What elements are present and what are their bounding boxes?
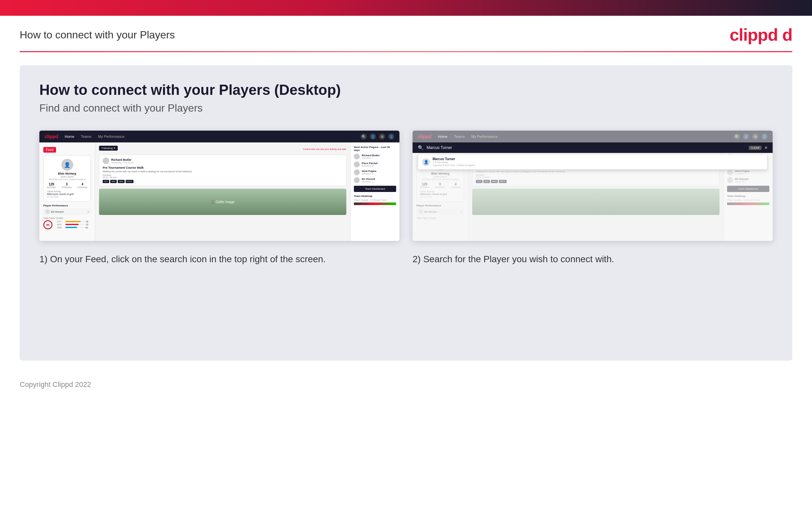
activity-user-name: Richard Butler [111,158,134,162]
following-count: 4 [78,182,87,186]
tag-arg: ARG [118,180,125,183]
search-result-handicap: 1-5 Handicap [433,161,475,164]
search-icon[interactable]: 🔍 [361,134,367,139]
stat-followers: 3 Followers [62,182,72,188]
tpq-label: Total Player Quality [43,217,91,219]
search-close-button[interactable]: × [765,145,767,150]
tpq-score: 84 [43,220,52,229]
stat-activities: 129 Activities [47,182,56,188]
nav-home[interactable]: Home [64,134,74,138]
latest-activity: Afternoon round of golf [47,193,87,196]
following-button[interactable]: Following ▾ [99,146,118,151]
search-results-dropdown: 👤 Marcus Turner 1-5 Handicap Cypress Poi… [418,154,767,170]
search-result-item[interactable]: 👤 Marcus Turner 1-5 Handicap Cypress Poi… [418,155,767,169]
header-divider [20,51,792,52]
tag-app: APP [110,180,117,183]
search-result-location: Cypress Point Club, United Kingdom [433,164,475,167]
activities-count: 129 [47,182,56,186]
control-link[interactable]: Control who can see your activity and da… [303,148,346,150]
player-performance-section: Player Performance Eli Vincent ▾ Total P… [43,204,91,229]
user-avatar[interactable]: 👤 [388,134,394,139]
profile-card: 👤 Blair McHarg Golf Coach Mill Ride Golf… [43,155,91,202]
latest-activity-date: 27 Jul 2022 [47,196,87,198]
search-input[interactable] [427,145,746,150]
most-active-title: Most Active Players - Last 30 days [354,146,396,152]
player-avatar-4 [354,177,360,183]
app-logo-1: clippd [45,134,58,139]
profile-club: Mill Ride Golf Club, United Kingdom [47,178,87,180]
app-navbar-2: clippd Home Teams My Performance 🔍 👤 ⚙ 👤 [413,131,773,142]
nav-my-performance-2: My Performance [471,134,498,138]
team-heatmap-title: Team Heatmap [354,195,396,198]
footer: Copyright Clippd 2022 [0,374,812,395]
ott-bar-row: OTT 79 [57,220,91,223]
arg-bar-row: ARG 61 [57,226,91,229]
heatmap-subtitle: Player Quality - 20 Round Trend [354,199,396,201]
stat-following: 4 Following [78,182,87,188]
activity-desc: Walking the course with my coach to buil… [103,170,343,173]
search-icon-2: 🔍 [734,134,740,139]
nav-right-2: 🔍 👤 ⚙ 👤 [734,134,767,139]
feed-tab[interactable]: Feed [43,147,56,153]
search-bar: 🔍 CLEAR × [413,142,773,153]
player-name-4: Eli Vincent [362,177,375,180]
activity-tags: OTT APP ARG PUTT [103,180,343,183]
settings-icon[interactable]: ⚙ [379,134,385,139]
player-activities-4: Activities: 1 [362,180,375,183]
player-name-3: Hiral Pujara [362,170,376,173]
tag-putt: PUTT [126,180,134,183]
pp-player-avatar [45,209,50,214]
screenshots-row: clippd Home Teams My Performance 🔍 👤 ⚙ 👤 [39,131,773,241]
activity-user-row: Richard Butler Yesterday · The Grove [103,158,343,164]
profile-name: Blair McHarg [47,172,87,175]
player-avatar-3 [354,169,360,175]
activity-user-avatar [103,158,109,164]
followers-count: 3 [62,182,72,186]
users-icon-2: 👤 [743,134,749,139]
search-icon-overlay: 🔍 [418,145,423,150]
followers-label: Followers [62,186,72,188]
users-icon[interactable]: 👤 [370,134,376,139]
search-clear-button[interactable]: CLEAR [749,146,762,150]
player-name-2: Piers Parnell [362,162,378,165]
app-navbar-1: clippd Home Teams My Performance 🔍 👤 ⚙ 👤 [39,131,399,142]
activities-label: Activities [47,186,56,188]
player-activities-3: Activities: 3 [362,173,376,175]
nav-teams[interactable]: Teams [81,134,92,138]
player-performance-row[interactable]: Eli Vincent ▾ [43,208,91,215]
nav-home-2: Home [438,134,447,138]
player-avatar-2 [354,162,360,167]
activity-card: Richard Butler Yesterday · The Grove Pre… [99,155,346,186]
player-performance-title: Player Performance [43,204,91,207]
player-activities-2: Activities: 4 [362,165,378,167]
app-main-feed: Following ▾ Control who can see your act… [95,142,350,241]
nav-right: 🔍 👤 ⚙ 👤 [361,134,394,139]
nav-my-performance[interactable]: My Performance [98,134,125,138]
step-row: 1) On your Feed, click on the search ico… [39,253,773,265]
app-body-1: Feed 👤 Blair McHarg Golf Coach Mill Ride… [39,142,399,241]
list-item: Piers Parnell Activities: 4 [354,162,396,167]
profile-role: Golf Coach [47,175,87,178]
activity-meta: Yesterday · The Grove [111,162,134,164]
step-1-description: 1) On your Feed, click on the search ico… [39,253,399,265]
app-mockup-2: clippd Home Teams My Performance 🔍 👤 ⚙ 👤… [413,131,773,241]
list-item: Hiral Pujara Activities: 3 [354,169,396,175]
app-right-panel: Most Active Players - Last 30 days Richa… [350,142,399,241]
profile-stats: 129 Activities 3 Followers 4 Following [47,182,87,188]
team-dashboard-button[interactable]: Team Dashboard [354,186,396,192]
copyright-text: Copyright Clippd 2022 [20,380,91,388]
latest-activity-label: Latest Activity [47,190,87,193]
user-avatar-2: 👤 [762,134,767,139]
player-activities-1: Activities: 7 [362,157,380,159]
list-item: Richard Butler Activities: 7 [354,154,396,160]
pp-player-name: Eli Vincent [51,210,86,213]
heatmap-bar [354,203,396,205]
app-bar-row: APP 70 [57,223,91,226]
search-overlay: 🔍 CLEAR × 👤 Marcus Turner 1-5 Handicap C… [413,142,773,171]
app-sidebar-1: Feed 👤 Blair McHarg Golf Coach Mill Ride… [39,142,95,241]
logo: clippd d [730,25,792,45]
player-avatar-1 [354,154,360,160]
search-result-avatar: 👤 [422,158,430,166]
list-item: Eli Vincent Activities: 1 [354,177,396,183]
following-label: Following [78,186,87,188]
